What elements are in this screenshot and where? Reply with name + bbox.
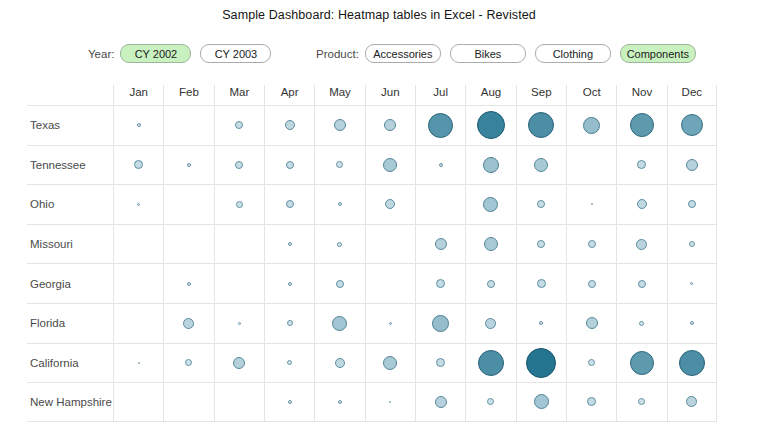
bubble <box>534 394 549 409</box>
cell-missouri-may <box>314 224 364 264</box>
cell-california-aug <box>465 343 515 383</box>
bubble <box>384 119 396 131</box>
cell-texas-may <box>314 105 364 145</box>
row-label-new-hampshire: New Hampshire <box>27 382 113 422</box>
bubble <box>439 163 443 167</box>
bubble <box>483 157 499 173</box>
bubble <box>591 203 593 205</box>
cell-georgia-sep <box>516 263 566 303</box>
bubble <box>235 121 243 129</box>
cell-florida-jun <box>365 303 415 343</box>
bubble <box>689 241 695 247</box>
cell-florida-feb <box>163 303 213 343</box>
cell-california-feb <box>163 343 213 383</box>
month-header-may: May <box>314 85 364 105</box>
cell-missouri-sep <box>516 224 566 264</box>
cell-ohio-jun <box>365 184 415 224</box>
month-header-mar: Mar <box>214 85 264 105</box>
cell-california-sep <box>516 343 566 383</box>
bubble <box>389 322 392 325</box>
cell-tennessee-aug <box>465 145 515 185</box>
cell-georgia-apr <box>264 263 314 303</box>
row-label-missouri: Missouri <box>27 224 113 264</box>
bubble <box>288 242 292 246</box>
dashboard: Sample Dashboard: Heatmap tables in Exce… <box>0 0 758 438</box>
cell-georgia-feb <box>163 263 213 303</box>
bubble <box>287 360 292 365</box>
bubble <box>435 238 447 250</box>
heatmap-table: JanFebMarAprMayJunJulAugSepOctNovDecTexa… <box>27 85 717 423</box>
product-filter-group: Product: AccessoriesBikesClothingCompone… <box>316 44 705 63</box>
bubble <box>637 160 646 169</box>
bubble <box>138 362 140 364</box>
cell-ohio-aug <box>465 184 515 224</box>
cell-tennessee-jun <box>365 145 415 185</box>
product-label: Product: <box>316 48 359 60</box>
cell-texas-mar <box>214 105 264 145</box>
cell-tennessee-sep <box>516 145 566 185</box>
bubble <box>588 280 596 288</box>
cell-new-hampshire-sep <box>516 382 566 422</box>
year-button-cy-2002[interactable]: CY 2002 <box>120 44 191 63</box>
product-button-components[interactable]: Components <box>620 44 696 63</box>
cell-tennessee-mar <box>214 145 264 185</box>
product-button-accessories[interactable]: Accessories <box>365 44 441 63</box>
cell-ohio-nov <box>616 184 666 224</box>
cell-texas-dec <box>667 105 717 145</box>
product-button-clothing[interactable]: Clothing <box>535 44 611 63</box>
bubble <box>335 358 345 368</box>
year-label: Year: <box>88 48 114 60</box>
cell-new-hampshire-aug <box>465 382 515 422</box>
cell-california-jul <box>415 343 465 383</box>
cell-california-mar <box>214 343 264 383</box>
row-label-texas: Texas <box>27 105 113 145</box>
bubble <box>238 322 241 325</box>
bubble <box>183 318 194 329</box>
cell-california-may <box>314 343 364 383</box>
cell-missouri-jul <box>415 224 465 264</box>
cell-ohio-apr <box>264 184 314 224</box>
cell-georgia-aug <box>465 263 515 303</box>
bubble <box>526 348 556 378</box>
bubble <box>528 112 554 138</box>
cell-california-oct <box>566 343 616 383</box>
bubble <box>484 237 498 251</box>
bubble <box>338 400 342 404</box>
bubble <box>233 357 245 369</box>
bubble <box>688 200 696 208</box>
month-header-nov: Nov <box>616 85 666 105</box>
cell-tennessee-nov <box>616 145 666 185</box>
cell-new-hampshire-oct <box>566 382 616 422</box>
bubble <box>588 240 596 248</box>
bubble <box>483 197 498 212</box>
year-button-cy-2003[interactable]: CY 2003 <box>200 44 271 63</box>
cell-missouri-jan <box>113 224 163 264</box>
product-button-bikes[interactable]: Bikes <box>450 44 526 63</box>
cell-georgia-jan <box>113 263 163 303</box>
bubble <box>336 161 343 168</box>
bubble <box>679 350 705 376</box>
cell-california-apr <box>264 343 314 383</box>
bubble <box>185 359 192 366</box>
bubble <box>537 200 545 208</box>
cell-missouri-apr <box>264 224 314 264</box>
bubble <box>539 321 543 325</box>
cell-ohio-mar <box>214 184 264 224</box>
month-header-feb: Feb <box>163 85 213 105</box>
bubble <box>288 282 292 286</box>
cell-missouri-mar <box>214 224 264 264</box>
cell-new-hampshire-jul <box>415 382 465 422</box>
bubble <box>587 397 596 406</box>
bubble <box>681 114 703 136</box>
cell-new-hampshire-dec <box>667 382 717 422</box>
cell-ohio-oct <box>566 184 616 224</box>
cell-ohio-sep <box>516 184 566 224</box>
bubble <box>588 359 595 366</box>
cell-tennessee-jan <box>113 145 163 185</box>
month-header-jan: Jan <box>113 85 163 105</box>
bubble <box>288 400 292 404</box>
bubble <box>286 161 294 169</box>
cell-georgia-jun <box>365 263 415 303</box>
bubble <box>435 396 447 408</box>
row-label-tennessee: Tennessee <box>27 145 113 185</box>
